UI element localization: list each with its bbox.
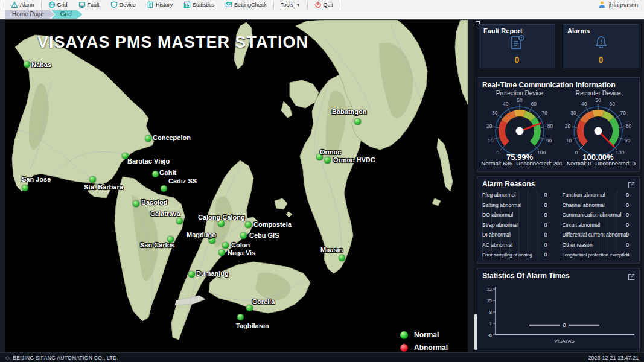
svg-text:80: 80 — [626, 123, 632, 129]
svg-text:90: 90 — [546, 138, 552, 144]
alarm-reason-value: 0 — [540, 242, 551, 248]
station-naga-vis[interactable] — [218, 249, 225, 256]
alarm-reason-row: Other reason 0 — [563, 240, 636, 250]
station-bacolod[interactable] — [133, 200, 139, 207]
station-colon[interactable] — [222, 242, 229, 249]
tab-home-page[interactable]: Home Page — [5, 10, 55, 19]
user-box[interactable]: jblagnason — [598, 1, 638, 10]
alarm-reason-label: DO abnormal — [482, 212, 513, 218]
expand-icon[interactable] — [628, 272, 635, 279]
station-maasin[interactable] — [339, 255, 345, 261]
toolbar-separator — [307, 2, 308, 8]
tab-grid[interactable]: Grid — [51, 10, 83, 19]
toolbar-item-settingcheck[interactable]: SettingCheck — [220, 1, 272, 10]
alarm-reason-label: Communication abnormal — [563, 212, 622, 218]
station-cebu-gis[interactable] — [240, 232, 247, 239]
status-bar: ◇ BEIJING SIFANG AUTOMATION CO., LTD. 20… — [0, 352, 644, 362]
svg-text:20: 20 — [565, 123, 571, 129]
station-calatrava[interactable] — [176, 218, 183, 224]
station-babatngon[interactable] — [354, 118, 361, 125]
right-panel: Fault Report 0 Alarms 0 Real-Time Commun… — [474, 20, 642, 352]
svg-text:40: 40 — [503, 101, 509, 107]
legend-row-abnormal: Abnormal — [400, 343, 448, 352]
alarms-title: Alarms — [567, 27, 590, 34]
user-icon — [598, 1, 606, 10]
toolbar-item-history[interactable]: History — [141, 1, 178, 10]
alarm-reason-label: AC abnormal — [482, 242, 512, 248]
station-corella[interactable] — [246, 305, 253, 311]
svg-text:60: 60 — [609, 101, 615, 107]
quit-button[interactable]: Quit — [309, 1, 339, 10]
alarm-reason-label: DI abnormal — [482, 232, 511, 238]
svg-text:70: 70 — [620, 110, 626, 116]
fault-report-card[interactable]: Fault Report 0 — [479, 24, 555, 68]
chevron-down-icon: ▼ — [296, 3, 301, 7]
monitor-icon — [78, 1, 86, 8]
station-concepcion[interactable] — [145, 135, 151, 142]
alarm-reason-value: 0 — [622, 242, 633, 248]
company-logo-icon: ◇ — [5, 355, 10, 361]
map-legend: Normal Abnormal — [400, 331, 448, 352]
alarm-reason-value: 0 — [622, 202, 633, 208]
alarm-reason-value: 0 — [540, 222, 551, 228]
map-title: VISAYAS PMS MASTER STATION — [37, 33, 308, 52]
toolbar-item-label: History — [156, 2, 173, 8]
station-ormoc-hvdc[interactable] — [324, 157, 331, 164]
station-dumanjug[interactable] — [188, 271, 195, 278]
station-san-jose[interactable] — [22, 185, 28, 191]
map-canvas[interactable]: .isl { fill:#cbd5ad; stroke:#a3ad87; str… — [5, 20, 468, 352]
station-label-calong-calong: Calong Calong — [198, 214, 245, 221]
station-label-ormoc-hvdc: Ormoc HVDC — [333, 156, 375, 164]
gauge-title: Protection Device — [481, 90, 558, 98]
toolbar-item-label: Grid — [57, 2, 68, 8]
fault-report-document-icon — [509, 34, 526, 54]
alarm-reason-label: Circuit abnormal — [563, 222, 601, 228]
alarm-reasons-panel: Alarm Reasons Plug abnormal 0 Setting ab… — [477, 176, 640, 264]
toolbar-item-alarm[interactable]: Alarm — [5, 1, 40, 10]
toolbar-item-fault[interactable]: Fault — [73, 1, 105, 10]
toolbar-item-grid[interactable]: Grid — [43, 1, 73, 10]
alarm-reason-label: Error sampling of analog — [482, 252, 532, 258]
station-label-dumanjug: Dumanjug — [196, 270, 229, 277]
fault-report-count: 0 — [479, 55, 555, 65]
toolbar-separator — [41, 2, 42, 8]
station-label-san-jose: San Jose — [22, 176, 51, 183]
alarm-reason-row: Strap abnormal 0 — [482, 220, 556, 230]
toolbar-item-statistics[interactable]: Statistics — [178, 1, 220, 10]
toolbar-separator — [340, 2, 340, 8]
station-label-sta-barbara: Sta. Barbara — [84, 183, 123, 191]
tools-menu-button[interactable]: Tools ▼ — [275, 1, 306, 10]
alarm-reason-row: Function abnormal 0 — [563, 190, 636, 200]
realtime-communication-panel: Real-Time Communication Information Prot… — [477, 77, 640, 172]
station-label-colon: Colon — [231, 241, 250, 249]
station-tagbilaran[interactable] — [237, 314, 244, 320]
alarm-reason-value: 0 — [622, 212, 633, 218]
expand-icon[interactable] — [628, 180, 635, 188]
username-label: jblagnason — [609, 2, 638, 8]
station-sta-barbara[interactable] — [89, 176, 96, 183]
svg-text:40: 40 — [581, 101, 587, 107]
alarm-reason-value: 0 — [540, 202, 551, 208]
legend-abnormal-dot-icon — [400, 344, 408, 352]
toolbar-item-device[interactable]: Device — [105, 1, 142, 10]
document-icon — [147, 1, 154, 8]
station-calong-calong[interactable] — [218, 220, 225, 227]
station-label-concepcion: Concepcion — [153, 134, 191, 141]
alarm-statistics-panel: Statistics Of Alarm Times 221581-60VISAY… — [477, 268, 640, 351]
svg-text:30: 30 — [492, 110, 498, 116]
alarm-bell-icon — [593, 34, 610, 54]
svg-text:80: 80 — [547, 123, 553, 129]
alarm-reason-label: Channel abnormal — [563, 202, 605, 208]
alarm-reason-row: AC abnormal 0 — [482, 240, 556, 250]
gauge-protection-device: Protection Device 0102030405060708090100… — [481, 90, 558, 162]
station-cadiz-ss[interactable] — [161, 185, 167, 192]
station-gahit[interactable] — [152, 171, 159, 177]
station-label-magdugo: Magdugo — [187, 231, 216, 238]
station-nabas[interactable] — [24, 61, 30, 68]
station-compostela[interactable] — [245, 221, 252, 228]
alarm-reason-row: Differential current abnormal 0 — [563, 230, 636, 240]
alarms-card[interactable]: Alarms 0 — [563, 24, 639, 68]
chart-icon — [183, 1, 191, 8]
company-name: BEIJING SIFANG AUTOMATION CO., LTD. — [13, 355, 118, 361]
envelope-icon — [225, 1, 232, 8]
